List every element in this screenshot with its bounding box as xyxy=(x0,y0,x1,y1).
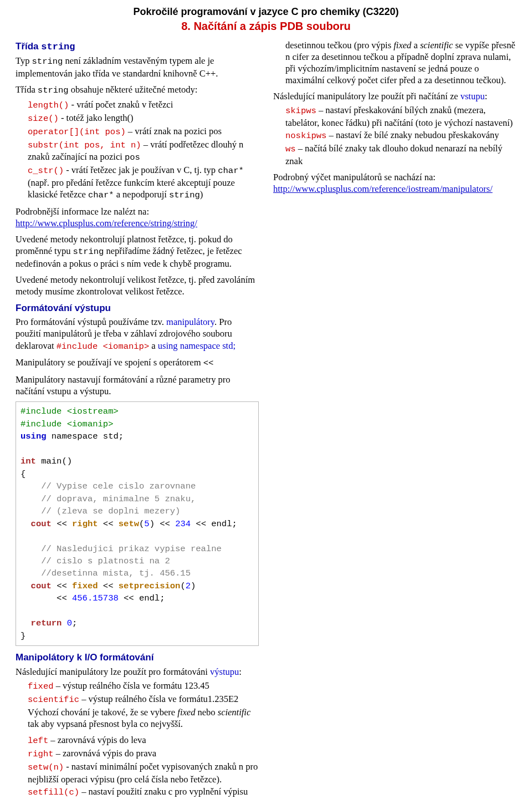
para-input-manip-intro: Následující manipulátory lze použít při … xyxy=(273,90,516,102)
methods-list: length() - vrátí počet znaků v řetězci s… xyxy=(28,99,259,201)
code-example: #include <iostream> #include <iomanip> u… xyxy=(16,401,259,646)
setprecision-cont: desetinnou tečkou (pro výpis fixed a sci… xyxy=(285,39,516,86)
para-manip-op: Manipulátory se používají ve spojení s o… xyxy=(16,357,259,369)
manip-setw: setw(n) - nastaví minimální počet vypiso… xyxy=(28,761,259,785)
page-header: Pokročilé programování v jazyce C pro ch… xyxy=(16,6,516,34)
para-string-intro: Typ string není základním vestavěným typ… xyxy=(16,55,259,79)
left-column: Třída string Typ string není základním v… xyxy=(16,37,259,799)
para-manip-intro: Pro formátování výstupů používáme tzv. m… xyxy=(16,316,259,352)
method-substr: substr(int pos, int n) – vrátí podřetěze… xyxy=(28,139,259,164)
output-manip-list-2: left – zarovnává výpis do leva right – z… xyxy=(28,734,259,799)
para-size-check: Uvedené metody nekontrolují velikost řet… xyxy=(16,274,259,297)
page: Pokročilé programování v jazyce C pro ch… xyxy=(0,0,532,799)
manip-noskipws: noskipws – nastaví že bílé znaky nebudou… xyxy=(285,129,516,142)
method-size: size() - totéž jako length() xyxy=(28,112,259,125)
section-title-formatting: Formátování výstupu xyxy=(16,302,259,314)
para-methods-intro: Třída string obsahuje některé užitečné m… xyxy=(16,84,259,96)
section-title-io-manip: Manipolátory k I/O formátování xyxy=(16,652,259,664)
para-manip-ref: Podrobný výčet manipulátorů se nachází n… xyxy=(273,171,516,195)
manip-scientific: scientific – výstup reálného čísla ve fo… xyxy=(28,693,259,706)
columns: Třída string Typ string není základním v… xyxy=(16,37,516,799)
manip-fixed: fixed – výstup reálného čísla ve formátu… xyxy=(28,680,259,693)
manip-right: right – zarovnává výpis do prava xyxy=(28,747,259,760)
manip-default-behavior: Výchozí chování je takové, že se vybere … xyxy=(28,706,259,730)
method-cstr: c_str() - vrátí řetězec jak je používan … xyxy=(28,164,259,201)
para-validity: Uvedené metody nekontrolují platnost řet… xyxy=(16,233,259,269)
manip-left: left – zarovnává výpis do leva xyxy=(28,734,259,747)
para-more-info: Podrobnější informace lze nalézt na: htt… xyxy=(16,206,259,229)
method-length: length() - vrátí počet znaků v řetězci xyxy=(28,99,259,111)
method-operator: operator[](int pos) – vrátí znak na pozi… xyxy=(28,125,259,138)
para-manip-set: Manipulátory nastavují formátování a růz… xyxy=(16,374,259,397)
output-manip-list-1: fixed – výstup reálného čísla ve formátu… xyxy=(28,680,259,730)
chapter-title: 8. Načítání a zápis PDB souboru xyxy=(16,19,516,34)
sect-title-pre: Třída xyxy=(16,41,41,52)
link-iostream-ref[interactable]: http://www.cplusplus.com/reference/iostr… xyxy=(273,184,493,194)
link-string-ref[interactable]: http://www.cplusplus.com/reference/strin… xyxy=(16,218,197,228)
manip-setfill: setfill(c) – nastaví použití znaku c pro… xyxy=(28,786,259,799)
manip-ws: ws – načítá bílé znaky tak dlouho dokud … xyxy=(285,143,516,167)
right-column: desetinnou tečkou (pro výpis fixed a sci… xyxy=(273,37,516,799)
para-output-manip-intro: Následující manipulátory lze použít pro … xyxy=(16,666,259,678)
course-title: Pokročilé programování v jazyce C pro ch… xyxy=(16,6,516,18)
section-title-string: Třída string xyxy=(16,40,259,53)
sect-title-code: string xyxy=(41,42,75,52)
input-manip-list: skipws – nastaví přeskakování bílých zna… xyxy=(285,104,516,167)
manip-skipws: skipws – nastaví přeskakování bílých zna… xyxy=(285,104,516,129)
